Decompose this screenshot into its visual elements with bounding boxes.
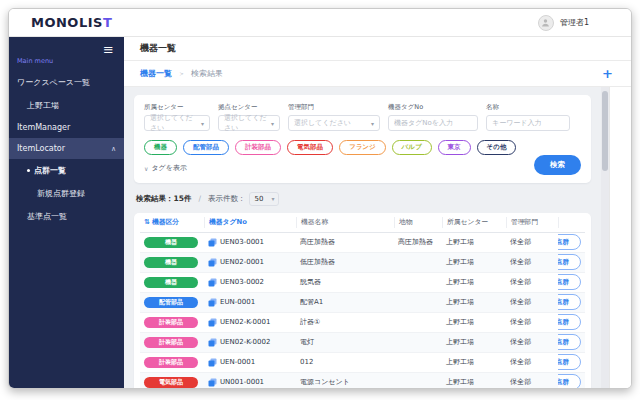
top-bar: MONOLIST 管理者1: [9, 9, 631, 37]
sidebar-item-itemlocator-label: ItemLocator: [17, 144, 65, 153]
center: 上野工場: [442, 377, 506, 387]
department-select[interactable]: 選択してください ▾: [288, 115, 380, 131]
chevron-down-icon: ▾: [271, 195, 274, 202]
results-slash: /: [198, 194, 201, 203]
category-badge: 配管部品: [144, 297, 198, 308]
tag-no: UEN-0001: [220, 358, 255, 366]
equipment-name: 012: [296, 358, 394, 366]
hamburger-icon[interactable]: ≡: [103, 45, 114, 55]
sidebar-item-itemmanager[interactable]: ItemManager: [9, 117, 124, 138]
copy-icon[interactable]: [208, 338, 217, 347]
column-header-center[interactable]: 所属センター: [442, 217, 506, 228]
category-badge: 計装部品: [144, 317, 198, 328]
table-row: 機器 UEN03-0001 高圧加熱器 高圧加熱器 上野工場 保全部 点群: [140, 233, 585, 253]
copy-icon[interactable]: [208, 378, 217, 387]
column-header-tag-no[interactable]: 機器タグNo: [204, 217, 296, 228]
breadcrumb-link-equipment-list[interactable]: 機器一覧: [140, 68, 172, 79]
per-page-value: 50: [254, 195, 263, 203]
chip-valve[interactable]: バルブ: [392, 140, 432, 155]
filter-label-center2: 拠点センター: [218, 103, 280, 112]
department: 保全部: [506, 377, 558, 387]
table-row: 計装部品 UEN02-K-0002 電灯 上野工場 保全部 点群: [140, 333, 585, 353]
chip-equipment[interactable]: 機器: [144, 140, 177, 155]
filter-label-tag-no: 機器タグNo: [388, 103, 478, 112]
table-row: 電気部品 UN001-0001 電源コンセント 上野工場 保全部 点群: [140, 373, 585, 390]
category-badge: 計装部品: [144, 357, 198, 368]
chip-piping-parts[interactable]: 配管部品: [183, 140, 229, 155]
sidebar-item-pointclouds[interactable]: 点群一覧: [9, 159, 124, 182]
copy-icon[interactable]: [208, 358, 217, 367]
main-panel: 所属センター 選択してください ▾ 拠点センター 選択してくだ: [124, 87, 601, 388]
tag-no: UEN02-K-0002: [220, 338, 270, 346]
logo-text: MONOLIS: [31, 15, 103, 30]
copy-icon[interactable]: [208, 318, 217, 327]
tag-no: UEN02-0001: [220, 258, 264, 266]
equipment-table: ⇅ 機器区分 機器タグNo 機器名称 地物 所属センター 管理部門: [134, 213, 591, 390]
name-keyword-input[interactable]: [492, 119, 564, 127]
category-badge: 機器: [144, 237, 198, 248]
column-header-category[interactable]: ⇅ 機器区分: [140, 217, 204, 228]
show-tags-toggle[interactable]: ∨ タグを表示: [144, 163, 187, 173]
tag-no-input-wrap: [388, 115, 478, 131]
sidebar-item-reference-points[interactable]: 基準点一覧: [9, 205, 124, 228]
tag-no: EUN-0001: [220, 298, 255, 306]
center: 上野工場: [442, 297, 506, 307]
center: 上野工場: [442, 257, 506, 267]
center2-select[interactable]: 選択してください ▾: [218, 115, 280, 131]
copy-icon[interactable]: [208, 278, 217, 287]
chip-flange[interactable]: フランジ: [339, 140, 386, 155]
pointcloud-button[interactable]: 点群: [558, 234, 581, 250]
vertical-scrollbar[interactable]: [601, 87, 609, 388]
right-margin: [609, 87, 631, 388]
per-page-label: 表示件数：: [208, 194, 246, 204]
copy-icon[interactable]: [208, 238, 217, 247]
monolist-logo[interactable]: MONOLIST: [31, 15, 112, 30]
pointcloud-button[interactable]: 点群: [558, 314, 581, 330]
scrollbar-thumb[interactable]: [602, 91, 608, 171]
chevron-down-icon: ▾: [271, 120, 274, 127]
department: 保全部: [506, 357, 558, 367]
pointcloud-button[interactable]: 点群: [558, 254, 581, 270]
filter-label-center1: 所属センター: [144, 103, 210, 112]
pointcloud-button[interactable]: 点群: [558, 274, 581, 290]
column-header-action: [558, 217, 585, 228]
center1-select[interactable]: 選択してください ▾: [144, 115, 210, 131]
pointcloud-button[interactable]: 点群: [558, 354, 581, 370]
name-input-wrap: [486, 115, 570, 131]
sidebar-item-workspaces[interactable]: ワークスペース一覧: [9, 71, 124, 94]
search-button[interactable]: 検索: [534, 155, 581, 175]
pointcloud-button[interactable]: 点群: [558, 334, 581, 350]
chip-other[interactable]: その他: [477, 140, 517, 155]
add-button[interactable]: +: [598, 68, 617, 80]
sidebar-item-itemlocator[interactable]: ItemLocator ∧: [9, 138, 124, 159]
equipment-name: 計器①: [296, 317, 394, 327]
copy-icon[interactable]: [208, 258, 217, 267]
tag-no: UEN03-0002: [220, 278, 264, 286]
column-header-name[interactable]: 機器名称: [296, 217, 394, 228]
user-menu[interactable]: 管理者1: [538, 15, 589, 31]
sidebar-item-ueno-factory[interactable]: 上野工場: [9, 94, 124, 117]
equipment-name: 低圧加熱器: [296, 257, 394, 267]
filter-label-name: 名称: [486, 103, 570, 112]
copy-icon[interactable]: [208, 298, 217, 307]
category-badge: 電気部品: [144, 377, 198, 388]
chip-tokyo[interactable]: 東京: [438, 140, 471, 155]
department: 保全部: [506, 237, 558, 247]
chip-instrumentation-parts[interactable]: 計装部品: [235, 140, 281, 155]
category-badge: 機器: [144, 277, 198, 288]
sidebar: ≡ Main menu ワークスペース一覧 上野工場 ItemManager I…: [9, 37, 124, 388]
pointcloud-button[interactable]: 点群: [558, 294, 581, 310]
per-page-select[interactable]: 50 ▾: [249, 192, 279, 206]
page-title-bar: 機器一覧: [124, 37, 631, 61]
user-avatar-icon: [538, 15, 554, 31]
table-header-row: ⇅ 機器区分 機器タグNo 機器名称 地物 所属センター 管理部門: [140, 213, 585, 233]
table-row: 計装部品 UEN02-K-0001 計器① 上野工場 保全部 点群: [140, 313, 585, 333]
column-header-department[interactable]: 管理部門: [506, 217, 558, 228]
pointcloud-button[interactable]: 点群: [558, 374, 581, 389]
tag-no-input[interactable]: [394, 119, 472, 127]
table-row: 配管部品 EUN-0001 配管A1 上野工場 保全部 点群: [140, 293, 585, 313]
center: 上野工場: [442, 317, 506, 327]
chip-electrical-parts[interactable]: 電気部品: [287, 140, 333, 155]
sidebar-item-new-pointcloud[interactable]: 新規点群登録: [9, 182, 124, 205]
column-header-feature[interactable]: 地物: [394, 217, 442, 228]
